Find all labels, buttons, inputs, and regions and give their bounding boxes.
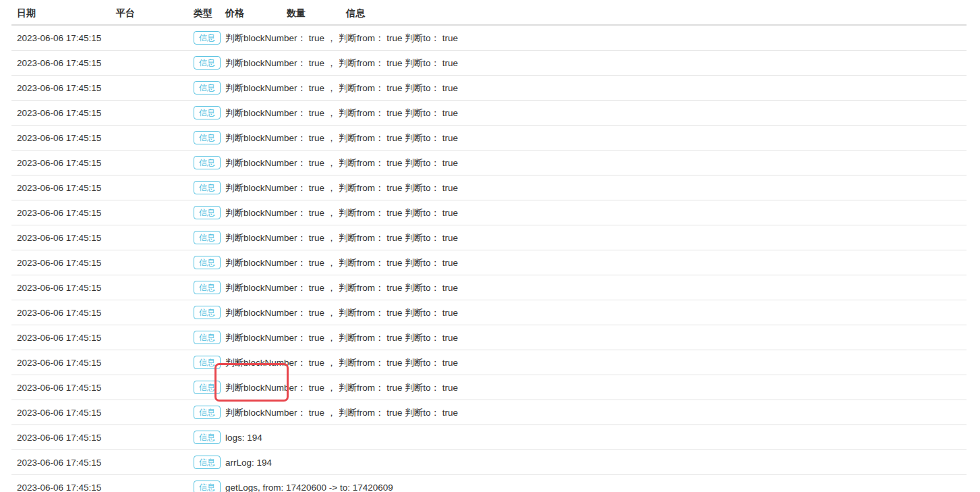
- info-type-badge: 信息: [194, 431, 221, 444]
- row-date: 2023-06-06 17:45:15: [11, 76, 111, 101]
- log-table: 日期 平台 类型 价格 数量 信息 2023-06-06 17:45:15 信息…: [11, 2, 967, 492]
- table-row: 2023-06-06 17:45:15 信息 判断blockNumber： tr…: [11, 375, 967, 400]
- row-date: 2023-06-06 17:45:15: [11, 101, 111, 126]
- info-type-badge: 信息: [194, 481, 221, 492]
- row-type: 信息: [188, 300, 220, 325]
- row-platform: [111, 76, 188, 101]
- table-row: 2023-06-06 17:45:15 信息 判断blockNumber： tr…: [11, 200, 967, 225]
- info-type-badge: 信息: [194, 106, 221, 119]
- row-type: 信息: [188, 126, 220, 151]
- row-platform: [111, 175, 188, 200]
- row-message: 判断blockNumber： true ， 判断from： true 判断to：…: [220, 400, 967, 425]
- col-header-date: 日期: [11, 2, 111, 25]
- row-type: 信息: [188, 200, 220, 225]
- table-row: 2023-06-06 17:45:15 信息 判断blockNumber： tr…: [11, 151, 967, 175]
- table-row: 2023-06-06 17:45:15 信息 logs: 194: [11, 425, 967, 450]
- row-type: 信息: [188, 151, 220, 175]
- info-type-badge: 信息: [194, 206, 221, 219]
- col-header-type: 类型: [188, 2, 220, 25]
- row-type: 信息: [188, 450, 220, 475]
- info-type-badge: 信息: [194, 231, 221, 244]
- row-message: 判断blockNumber： true ， 判断from： true 判断to：…: [220, 200, 967, 225]
- info-type-badge: 信息: [194, 356, 221, 369]
- row-type: 信息: [188, 350, 220, 375]
- row-message: getLogs, from: 17420600 -> to: 17420609: [220, 475, 967, 492]
- row-message: 判断blockNumber： true ， 判断from： true 判断to：…: [220, 175, 967, 200]
- info-type-badge: 信息: [194, 456, 221, 469]
- info-type-badge: 信息: [194, 156, 221, 169]
- row-message: 判断blockNumber： true ， 判断from： true 判断to：…: [220, 51, 967, 76]
- table-row: 2023-06-06 17:45:15 信息 判断blockNumber： tr…: [11, 51, 967, 76]
- row-date: 2023-06-06 17:45:15: [11, 325, 111, 350]
- row-type: 信息: [188, 375, 220, 400]
- row-platform: [111, 250, 188, 275]
- row-date: 2023-06-06 17:45:15: [11, 400, 111, 425]
- row-platform: [111, 300, 188, 325]
- row-date: 2023-06-06 17:45:15: [11, 375, 111, 400]
- table-row: 2023-06-06 17:45:15 信息 判断blockNumber： tr…: [11, 300, 967, 325]
- info-type-badge: 信息: [194, 256, 221, 269]
- info-type-badge: 信息: [194, 306, 221, 319]
- info-type-badge: 信息: [194, 31, 221, 45]
- row-message: 判断blockNumber： true ， 判断from： true 判断to：…: [220, 300, 967, 325]
- row-message: 判断blockNumber： true ， 判断from： true 判断to：…: [220, 325, 967, 350]
- row-type: 信息: [188, 275, 220, 300]
- row-date: 2023-06-06 17:45:15: [11, 51, 111, 76]
- row-platform: [111, 200, 188, 225]
- row-type: 信息: [188, 225, 220, 250]
- row-platform: [111, 450, 188, 475]
- row-platform: [111, 25, 188, 51]
- row-date: 2023-06-06 17:45:15: [11, 175, 111, 200]
- row-message: logs: 194: [220, 425, 967, 450]
- info-type-badge: 信息: [194, 131, 221, 144]
- row-date: 2023-06-06 17:45:15: [11, 225, 111, 250]
- header-row: 日期 平台 类型 价格 数量 信息: [11, 2, 967, 25]
- row-platform: [111, 475, 188, 492]
- info-type-badge: 信息: [194, 81, 221, 94]
- row-platform: [111, 425, 188, 450]
- row-message: 判断blockNumber： true ， 判断from： true 判断to：…: [220, 151, 967, 175]
- log-table-header: 日期 平台 类型 价格 数量 信息: [11, 2, 967, 25]
- info-type-badge: 信息: [194, 406, 221, 419]
- row-date: 2023-06-06 17:45:15: [11, 126, 111, 151]
- row-message: 判断blockNumber： true ， 判断from： true 判断to：…: [220, 126, 967, 151]
- row-platform: [111, 225, 188, 250]
- table-row: 2023-06-06 17:45:15 信息 判断blockNumber： tr…: [11, 76, 967, 101]
- row-date: 2023-06-06 17:45:15: [11, 250, 111, 275]
- row-date: 2023-06-06 17:45:15: [11, 350, 111, 375]
- info-type-badge: 信息: [194, 181, 221, 194]
- row-date: 2023-06-06 17:45:15: [11, 25, 111, 51]
- row-platform: [111, 375, 188, 400]
- col-header-info: 信息: [341, 2, 967, 25]
- col-header-quantity: 数量: [281, 2, 341, 25]
- table-row: 2023-06-06 17:45:15 信息 getLogs, from: 17…: [11, 475, 967, 492]
- table-row: 2023-06-06 17:45:15 信息 判断blockNumber： tr…: [11, 325, 967, 350]
- row-date: 2023-06-06 17:45:15: [11, 200, 111, 225]
- row-type: 信息: [188, 25, 220, 51]
- table-row: 2023-06-06 17:45:15 信息 判断blockNumber： tr…: [11, 350, 967, 375]
- row-message: 判断blockNumber： true ， 判断from： true 判断to：…: [220, 375, 967, 400]
- row-date: 2023-06-06 17:45:15: [11, 300, 111, 325]
- row-platform: [111, 51, 188, 76]
- row-type: 信息: [188, 76, 220, 101]
- row-message: arrLog: 194: [220, 450, 967, 475]
- info-type-badge: 信息: [194, 331, 221, 344]
- table-row: 2023-06-06 17:45:15 信息 判断blockNumber： tr…: [11, 275, 967, 300]
- row-type: 信息: [188, 250, 220, 275]
- info-type-badge: 信息: [194, 381, 221, 394]
- table-row: 2023-06-06 17:45:15 信息 判断blockNumber： tr…: [11, 250, 967, 275]
- col-header-platform: 平台: [111, 2, 188, 25]
- row-date: 2023-06-06 17:45:15: [11, 450, 111, 475]
- row-type: 信息: [188, 425, 220, 450]
- row-platform: [111, 151, 188, 175]
- row-message: 判断blockNumber： true ， 判断from： true 判断to：…: [220, 225, 967, 250]
- table-row: 2023-06-06 17:45:15 信息 判断blockNumber： tr…: [11, 101, 967, 126]
- row-type: 信息: [188, 400, 220, 425]
- row-type: 信息: [188, 51, 220, 76]
- row-message: 判断blockNumber： true ， 判断from： true 判断to：…: [220, 101, 967, 126]
- table-row: 2023-06-06 17:45:15 信息 判断blockNumber： tr…: [11, 25, 967, 51]
- row-message: 判断blockNumber： true ， 判断from： true 判断to：…: [220, 275, 967, 300]
- row-date: 2023-06-06 17:45:15: [11, 151, 111, 175]
- info-type-badge: 信息: [194, 281, 221, 294]
- row-message: 判断blockNumber： true ， 判断from： true 判断to：…: [220, 250, 967, 275]
